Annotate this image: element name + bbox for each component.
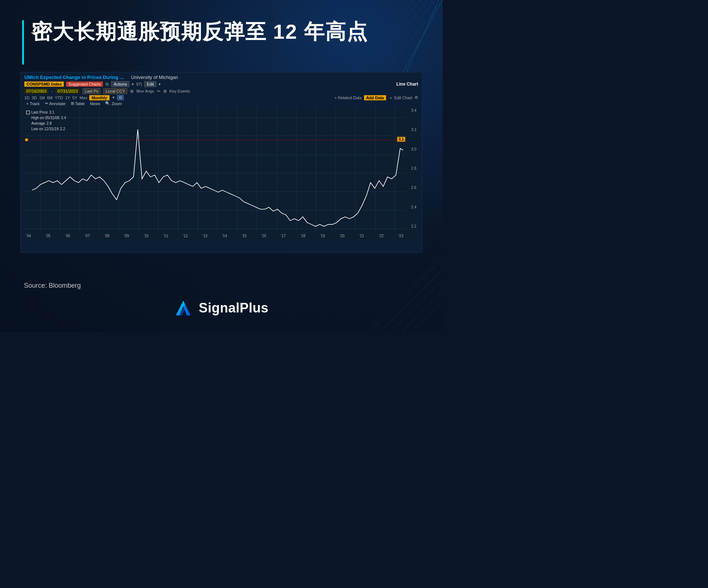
toolbar-news[interactable]: News [90, 101, 100, 106]
x-label-19: '19 [320, 234, 325, 238]
price-line-chart [24, 107, 405, 232]
toolbar-row: + Track ✏ Annotate ⊞ Table News 🔍 Zoom [24, 101, 418, 106]
x-label-17: '17 [281, 234, 286, 238]
x-label-21: '21 [359, 234, 364, 238]
legend-low-value: 2.2 [60, 126, 65, 132]
signalplus-logo-text: SignalPlus [199, 300, 268, 316]
table-label-text: Table [75, 101, 85, 106]
x-label-09: '09 [124, 234, 129, 238]
collapse-button[interactable]: « [390, 96, 392, 100]
actions-arrow: ▾ [132, 82, 134, 87]
suggested-charts-badge[interactable]: Suggested Charts [66, 82, 103, 87]
decorative-lines-bottom-right [369, 258, 442, 332]
orange-dot-marker [25, 138, 28, 141]
toolbar-table[interactable]: ⊞ Table [71, 101, 85, 106]
x-label-16: '16 [261, 234, 266, 238]
svg-line-10 [369, 258, 442, 332]
chart-date-row: 07/16/2003 - 07/31/2023 Last Px Local CC… [24, 88, 418, 94]
chart-legend: Last Price 3.1 High on 05/31/08 3.4 Aver… [26, 110, 66, 132]
toolbar-annotate[interactable]: ✏ Annotate [45, 101, 66, 106]
logo-container: SignalPlus [174, 299, 268, 317]
x-axis: '04 '05 '06 '07 '08 '09 '10 '11 '12 '13 … [24, 232, 405, 239]
page-title: 密大长期通胀预期反弹至 12 年高点 [31, 20, 413, 43]
legend-avg-text: Average [31, 121, 45, 126]
x-label-12: '12 [183, 234, 188, 238]
chart-area: 3.1 Last Price 3.1 High on 05/31/08 3.4 … [24, 107, 418, 239]
period-1y[interactable]: 1Y [65, 96, 70, 100]
x-label-08: '08 [105, 234, 110, 238]
legend-high-text: High on 05/31/08 [31, 115, 59, 121]
x-label-05: '05 [46, 234, 51, 238]
key-events-button[interactable]: Key Events [170, 89, 190, 93]
edit-percent: 97) [136, 82, 142, 86]
toolbar-track[interactable]: + Track [26, 101, 40, 106]
legend-last-price: Last Price 3.1 [26, 110, 66, 115]
y-label-28: 2.8 [411, 166, 416, 170]
legend-avg-value: 2.8 [46, 121, 52, 126]
y-label-24: 2.4 [411, 205, 416, 209]
period-max[interactable]: Max [80, 96, 87, 100]
x-label-06: '06 [65, 234, 70, 238]
settings-icon[interactable]: ⚙ [414, 95, 418, 100]
related-data-button[interactable]: + Related Data [334, 96, 362, 100]
edit-badge[interactable]: Edit [144, 81, 156, 87]
svg-line-13 [402, 291, 442, 332]
x-label-20: '20 [340, 234, 344, 238]
x-label-15: '15 [242, 234, 247, 238]
svg-line-12 [391, 280, 442, 332]
index-badge[interactable]: CONSPSMD Index [24, 82, 64, 87]
track-label: Track [30, 101, 39, 106]
period-1d[interactable]: 1D [24, 96, 30, 100]
track-plus-icon: + [26, 101, 28, 106]
date-range-from[interactable]: 07/16/2003 [24, 89, 48, 94]
chart-type-icon[interactable]: ⊞ [117, 95, 124, 100]
period-ytd[interactable]: YTD [55, 96, 63, 100]
chart-title: UMich Expected Change in Prices During .… [24, 75, 124, 80]
annotate-label: Annotate [49, 101, 66, 106]
monthly-arrow: ▾ [112, 95, 115, 100]
actions-badge[interactable]: Actions [111, 81, 129, 87]
period-1m[interactable]: 1M [39, 96, 45, 100]
local-ccy-button[interactable]: Local CCY [103, 88, 127, 94]
last-px-button[interactable]: Last Px [83, 88, 101, 94]
period-6m[interactable]: 6M [47, 96, 52, 100]
period-monthly[interactable]: Monthly [89, 95, 109, 100]
x-label-23: '23 [399, 234, 403, 238]
add-data-button[interactable]: Add Data [364, 95, 386, 100]
edit-arrow: ▾ [159, 82, 161, 87]
x-label-04: '04 [26, 234, 31, 238]
period-5y[interactable]: 5Y [72, 96, 77, 100]
svg-line-14 [413, 302, 442, 332]
mov-avgs-button[interactable]: Mov Avgs [136, 89, 154, 93]
table-label: ⊞ [130, 89, 133, 94]
legend-high-value: 3.4 [61, 115, 66, 121]
legend-last-price-label: Last Price [31, 110, 48, 115]
edit-chart-button[interactable]: Edit Chart [394, 96, 412, 100]
source-text: Source: Bloomberg [24, 282, 81, 290]
x-label-22: '22 [379, 234, 384, 238]
chart-index-bar: CONSPSMD Index Suggested Charts 9) Actio… [24, 81, 418, 87]
news-label: News [90, 101, 100, 106]
zoom-label: Zoom [111, 101, 122, 106]
period-3d[interactable]: 3D [32, 96, 37, 100]
table-icon: ⊞ [71, 101, 74, 106]
date-range-to[interactable]: 07/31/2023 [56, 89, 80, 94]
x-label-07: '07 [85, 234, 90, 238]
legend-last-price-value: 3.1 [49, 110, 54, 115]
actions-percent: 9) [105, 82, 109, 86]
y-label-30: 3.0 [411, 147, 416, 151]
bar-separator: ⊞ [163, 89, 167, 94]
red-reference-line [24, 140, 405, 140]
x-label-10: '10 [144, 234, 149, 238]
toolbar-zoom[interactable]: 🔍 Zoom [105, 101, 122, 106]
period-row: 1D 3D 1M 6M YTD 1Y 5Y Max Monthly ▾ ⊞ + … [24, 95, 418, 100]
y-axis: 3.4 3.2 3.0 2.8 2.6 2.4 2.2 [405, 107, 416, 230]
x-label-14: '14 [222, 234, 227, 238]
x-label-11: '11 [163, 234, 168, 238]
y-label-32: 3.2 [411, 128, 416, 132]
title-accent-bar [22, 20, 24, 65]
y-label-34: 3.4 [411, 108, 416, 113]
legend-box [26, 111, 30, 114]
y-label-22: 2.2 [411, 224, 416, 228]
legend-low-text: Low on 12/31/19 [31, 126, 59, 132]
